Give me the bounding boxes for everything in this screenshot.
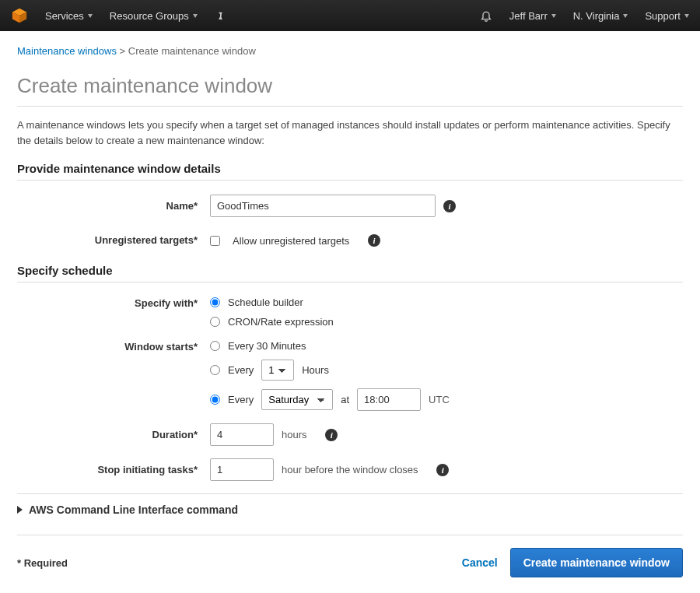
weekly-at: at — [341, 394, 349, 405]
label-name: Name* — [17, 195, 210, 217]
weekly-prefix: Every — [228, 394, 254, 405]
nav-region-label: N. Virginia — [573, 10, 620, 22]
info-icon[interactable]: i — [368, 234, 380, 247]
label-stop-initiating: Stop initiating tasks* — [17, 459, 210, 481]
nav-support-label: Support — [645, 10, 681, 22]
radio-cron[interactable] — [210, 317, 220, 327]
radio-30min-label: Every 30 Minutes — [228, 340, 306, 352]
unregistered-checkbox[interactable] — [210, 236, 220, 246]
unregistered-checkbox-label: Allow unregistered targets — [233, 235, 349, 247]
chevron-down-icon — [551, 14, 556, 18]
chevron-down-icon — [193, 14, 198, 18]
breadcrumb-parent[interactable]: Maintenance windows — [17, 45, 117, 57]
breadcrumb-sep: > — [120, 45, 128, 57]
radio-30min[interactable] — [210, 341, 220, 351]
info-icon[interactable]: i — [436, 464, 449, 476]
label-window-starts: Window starts* — [17, 340, 210, 354]
required-note: * Required — [17, 557, 68, 569]
nav-support[interactable]: Support — [642, 10, 692, 22]
row-name: Name* i — [17, 195, 683, 217]
nav-resource-groups-label: Resource Groups — [110, 10, 189, 22]
row-specify-with: Specify with* Schedule builder CRON/Rate… — [17, 296, 683, 328]
page-title: Create maintenance window — [17, 74, 683, 107]
section-schedule-title: Specify schedule — [17, 264, 683, 282]
nav-services-label: Services — [45, 10, 84, 22]
weekly-tz: UTC — [429, 394, 450, 405]
hours-suffix: Hours — [302, 364, 329, 376]
row-duration: Duration* hours i — [17, 423, 683, 446]
section-details-title: Provide maintenance window details — [17, 162, 683, 181]
stop-initiating-input[interactable] — [210, 458, 274, 481]
create-button[interactable]: Create maintenance window — [510, 548, 683, 577]
cli-expander-title: AWS Command Line Interface command — [29, 504, 238, 516]
nav-user-label: Jeff Barr — [509, 10, 548, 22]
radio-hours[interactable] — [210, 365, 220, 375]
specify-with-builder[interactable]: Schedule builder — [210, 296, 334, 308]
duration-unit: hours — [282, 429, 307, 440]
row-stop-initiating: Stop initiating tasks* hour before the w… — [17, 458, 683, 481]
chevron-down-icon — [684, 14, 689, 18]
info-icon[interactable]: i — [443, 200, 456, 212]
cli-expander-toggle[interactable]: AWS Command Line Interface command — [17, 504, 683, 516]
row-unregistered: Unregistered targets* Allow unregistered… — [17, 230, 683, 251]
top-nav: Services Resource Groups Jeff Barr N. Vi… — [0, 0, 700, 31]
cancel-button[interactable]: Cancel — [462, 556, 498, 569]
chevron-down-icon — [623, 14, 628, 18]
hours-select[interactable]: 1 — [261, 360, 294, 381]
breadcrumb-current: Create maintenance window — [128, 45, 256, 57]
nav-resource-groups[interactable]: Resource Groups — [107, 10, 201, 22]
label-specify-with: Specify with* — [17, 296, 210, 311]
intro-text: A maintenance windows lets you specify w… — [17, 118, 682, 148]
weekly-time-input[interactable] — [357, 388, 421, 411]
radio-schedule-builder-label: Schedule builder — [228, 296, 303, 308]
page-body: Maintenance windows > Create maintenance… — [0, 31, 700, 593]
hours-prefix: Every — [228, 364, 254, 376]
breadcrumb: Maintenance windows > Create maintenance… — [17, 45, 683, 57]
chevron-down-icon — [88, 14, 93, 18]
cli-expander: AWS Command Line Interface command — [17, 493, 683, 518]
nav-user[interactable]: Jeff Barr — [506, 10, 559, 22]
radio-schedule-builder[interactable] — [210, 297, 220, 307]
label-duration: Duration* — [17, 424, 210, 446]
stop-initiating-suffix: hour before the window closes — [282, 464, 418, 475]
nav-services[interactable]: Services — [42, 10, 96, 22]
row-window-starts: Window starts* Every 30 Minutes Every 1 … — [17, 340, 683, 411]
name-input[interactable] — [210, 195, 436, 217]
label-unregistered: Unregistered targets* — [17, 230, 210, 251]
radio-cron-label: CRON/Rate expression — [228, 316, 334, 328]
notifications-icon[interactable] — [477, 9, 495, 22]
info-icon[interactable]: i — [325, 429, 338, 441]
triangle-right-icon — [17, 506, 23, 514]
pin-icon[interactable] — [212, 10, 229, 21]
specify-with-cron[interactable]: CRON/Rate expression — [210, 316, 334, 328]
footer-bar: * Required Cancel Create maintenance win… — [17, 535, 683, 577]
aws-logo-icon[interactable] — [8, 7, 31, 24]
window-starts-30min[interactable]: Every 30 Minutes — [210, 340, 450, 352]
duration-input[interactable] — [210, 423, 274, 446]
window-starts-weekly[interactable]: Every Saturday at UTC — [210, 388, 450, 411]
window-starts-hours[interactable]: Every 1 Hours — [210, 360, 450, 381]
weekly-day-select[interactable]: Saturday — [261, 389, 333, 410]
radio-weekly[interactable] — [210, 395, 220, 405]
nav-region[interactable]: N. Virginia — [570, 10, 632, 22]
